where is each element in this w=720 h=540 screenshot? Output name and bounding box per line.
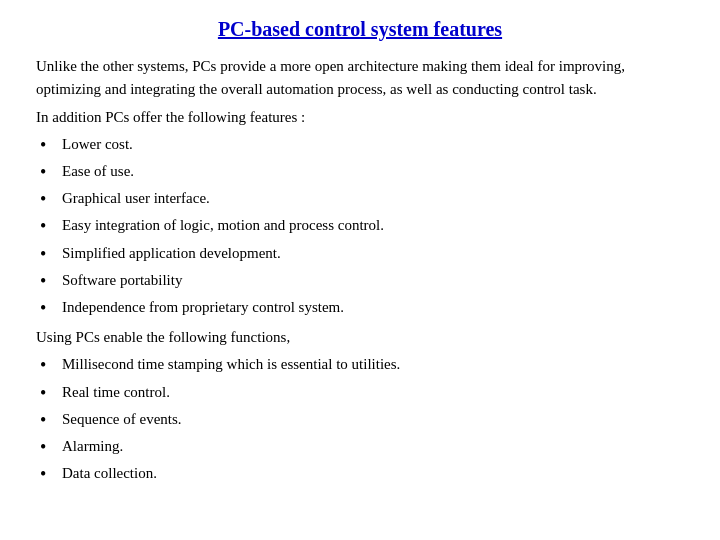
list-item: •Software portability [40,269,690,294]
list-item-text: Simplified application development. [62,242,281,265]
section2-label: Using PCs enable the following functions… [36,326,690,349]
list-item-text: Easy integration of logic, motion and pr… [62,214,384,237]
list-item: •Graphical user interface. [40,187,690,212]
list-item: •Alarming. [40,435,690,460]
list-item: •Independence from proprietary control s… [40,296,690,321]
list-item-text: Real time control. [62,381,170,404]
list-item-text: Software portability [62,269,182,292]
bullet-icon: • [40,214,58,239]
bullet-icon: • [40,435,58,460]
list-item: •Millisecond time stamping which is esse… [40,353,690,378]
features-list: •Lower cost.•Ease of use.•Graphical user… [30,133,690,321]
list-item-text: Data collection. [62,462,157,485]
bullet-icon: • [40,462,58,487]
list-item-text: Alarming. [62,435,123,458]
bullet-icon: • [40,296,58,321]
section1-label: In addition PCs offer the following feat… [36,106,690,129]
bullet-icon: • [40,160,58,185]
bullet-icon: • [40,187,58,212]
list-item: •Ease of use. [40,160,690,185]
list-item-text: Lower cost. [62,133,133,156]
list-item: •Lower cost. [40,133,690,158]
list-item-text: Millisecond time stamping which is essen… [62,353,400,376]
bullet-icon: • [40,242,58,267]
intro-paragraph: Unlike the other systems, PCs provide a … [36,55,690,102]
bullet-icon: • [40,353,58,378]
bullet-icon: • [40,381,58,406]
list-item: •Sequence of events. [40,408,690,433]
bullet-icon: • [40,408,58,433]
list-item-text: Ease of use. [62,160,134,183]
page-title: PC-based control system features [30,18,690,41]
list-item: •Real time control. [40,381,690,406]
list-item: •Data collection. [40,462,690,487]
bullet-icon: • [40,133,58,158]
list-item-text: Graphical user interface. [62,187,210,210]
list-item: •Simplified application development. [40,242,690,267]
page-container: PC-based control system features Unlike … [0,0,720,540]
functions-list: •Millisecond time stamping which is esse… [30,353,690,487]
list-item-text: Independence from proprietary control sy… [62,296,344,319]
list-item-text: Sequence of events. [62,408,182,431]
list-item: •Easy integration of logic, motion and p… [40,214,690,239]
bullet-icon: • [40,269,58,294]
